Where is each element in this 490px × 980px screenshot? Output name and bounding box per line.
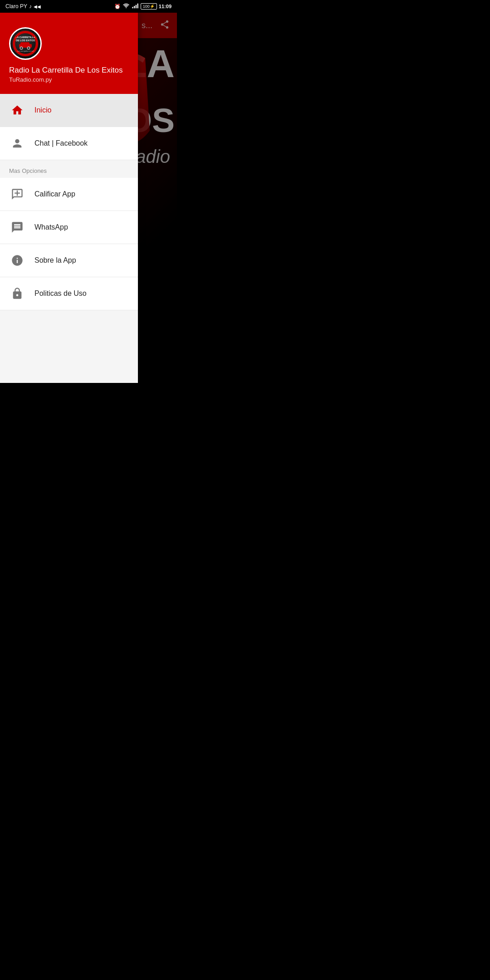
calificar-app-label: Calificar App: [34, 190, 75, 198]
alarm-icon: ⏰: [114, 4, 121, 10]
inicio-label: Inicio: [34, 106, 51, 114]
status-right: ⏰ 100⚡ 11:09: [114, 3, 172, 10]
drawer-overlay[interactable]: [138, 13, 177, 383]
status-left: Claro PY ♪ ◀◀: [5, 3, 41, 10]
menu-item-whatsapp[interactable]: WhatsApp: [0, 211, 138, 244]
music-icon: ♪: [29, 3, 32, 10]
drawer-logo: LA CARRETILLA DE LOS EXITOS mejor compañ…: [9, 27, 42, 60]
chat-facebook-label: Chat | Facebook: [34, 139, 88, 147]
wifi-icon: [122, 3, 130, 10]
svg-rect-3: [136, 5, 137, 9]
menu-item-politicas-uso[interactable]: Politicas de Uso: [0, 277, 138, 310]
drawer-title: Radio La Carretilla De Los Exitos: [9, 65, 129, 75]
menu-item-inicio[interactable]: Inicio: [0, 94, 138, 127]
screen: s... LLA TOS radio: [0, 13, 177, 383]
menu-item-sobre-app[interactable]: Sobre la App: [0, 244, 138, 277]
drawer-subtitle: TuRadio.com.py: [9, 76, 129, 83]
navigation-drawer: LA CARRETILLA DE LOS EXITOS mejor compañ…: [0, 13, 138, 383]
svg-rect-2: [134, 6, 135, 8]
info-icon: [9, 252, 25, 269]
svg-rect-4: [137, 4, 138, 9]
drawer-menu: Inicio Chat | Facebook Mas Opciones: [0, 94, 138, 383]
rate-icon: [9, 186, 25, 202]
person-icon: [9, 135, 25, 152]
svg-point-0: [126, 7, 127, 8]
menu-item-chat-facebook[interactable]: Chat | Facebook: [0, 127, 138, 160]
signal-icon: [132, 3, 139, 10]
politicas-uso-label: Politicas de Uso: [34, 289, 87, 298]
status-bar: Claro PY ♪ ◀◀ ⏰ 100⚡ 11:09: [0, 0, 177, 13]
chat-bubble-icon: [9, 219, 25, 235]
time-display: 11:09: [159, 4, 172, 9]
sobre-app-label: Sobre la App: [34, 256, 76, 265]
logo-inner: LA CARRETILLA DE LOS EXITOS mejor compañ…: [11, 29, 40, 58]
drawer-header: LA CARRETILLA DE LOS EXITOS mejor compañ…: [0, 13, 138, 94]
lock-icon: [9, 285, 25, 302]
carrier-text: Claro PY: [5, 3, 27, 10]
section-header-mas-opciones: Mas Opciones: [0, 160, 138, 178]
menu-item-calificar-app[interactable]: Calificar App: [0, 178, 138, 211]
svg-rect-1: [132, 7, 133, 8]
home-icon: [9, 102, 25, 118]
battery-icon: 100⚡: [141, 3, 157, 10]
send-icon: ◀◀: [34, 4, 41, 9]
whatsapp-label: WhatsApp: [34, 223, 68, 231]
